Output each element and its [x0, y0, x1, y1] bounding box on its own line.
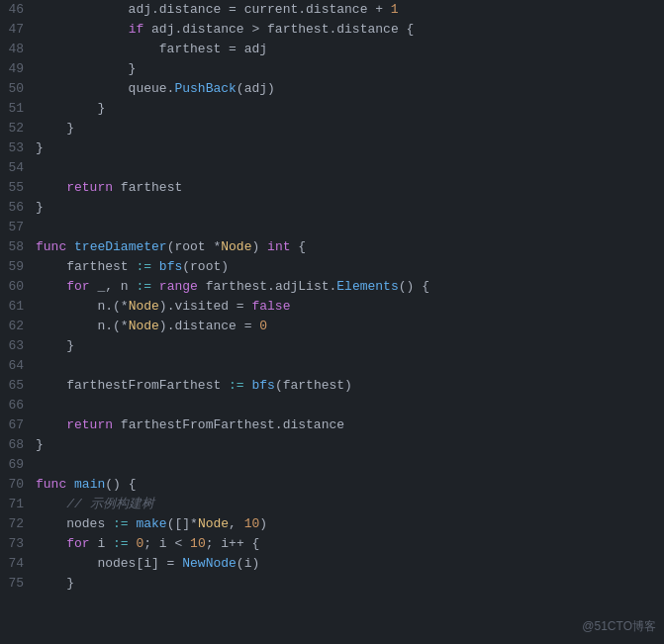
fn-token: PushBack	[174, 81, 236, 96]
line-number: 55	[0, 178, 36, 198]
line-content: farthestFromFarthest := bfs(farthest)	[36, 376, 664, 396]
code-container: 46 adj.distance = current.distance + 147…	[0, 0, 664, 644]
line-number: 48	[0, 40, 36, 59]
line-number: 72	[0, 514, 36, 534]
plain-token: () {	[399, 279, 429, 294]
plain-token: () {	[105, 477, 136, 492]
line-number: 60	[0, 277, 36, 297]
code-line: 50 queue.PushBack(adj)	[0, 79, 664, 99]
code-line: 70func main() {	[0, 475, 664, 495]
line-number: 71	[0, 495, 36, 514]
plain-token: nodes	[36, 516, 113, 531]
line-content: for _, n := range farthest.adjList.Eleme…	[36, 277, 664, 297]
kw-token: if	[129, 22, 144, 37]
plain-token: }	[36, 576, 74, 591]
line-number: 56	[0, 198, 36, 218]
plain-token: }	[36, 338, 74, 353]
line-content: }	[36, 59, 664, 79]
line-content: nodes[i] = NewNode(i)	[36, 554, 664, 574]
plain-token: n.(*	[36, 319, 129, 333]
code-line: 49 }	[0, 59, 664, 79]
plain-token	[36, 536, 66, 551]
code-line: 66	[0, 396, 664, 415]
type-token: Node	[198, 516, 229, 531]
line-number: 46	[0, 0, 36, 20]
code-line: 54	[0, 158, 664, 178]
fn-token: bfs	[251, 378, 274, 393]
line-number: 70	[0, 475, 36, 495]
plain-token: }	[36, 437, 44, 452]
code-line: 47 if adj.distance > farthest.distance {	[0, 20, 664, 40]
num-token: 0	[259, 319, 267, 333]
code-line: 64	[0, 356, 664, 376]
line-content: }	[36, 99, 664, 119]
fn-token: treeDiameter	[74, 239, 167, 254]
code-line: 75 }	[0, 574, 664, 594]
code-line: 51 }	[0, 99, 664, 119]
line-content: return farthest	[36, 178, 664, 198]
code-line: 61 n.(*Node).visited = false	[0, 297, 664, 317]
line-number: 59	[0, 257, 36, 277]
plain-token: n.(*	[36, 299, 129, 314]
line-content: }	[36, 119, 664, 138]
line-content: func main() {	[36, 475, 664, 495]
line-content: }	[36, 336, 664, 356]
code-line: 63 }	[0, 336, 664, 356]
code-line: 65 farthestFromFarthest := bfs(farthest)	[0, 376, 664, 396]
code-line: 57	[0, 218, 664, 237]
line-content: farthest = adj	[36, 40, 664, 59]
line-content: if adj.distance > farthest.distance {	[36, 20, 664, 40]
code-line: 59 farthest := bfs(root)	[0, 257, 664, 277]
plain-token: farthest	[113, 180, 182, 195]
code-line: 69	[0, 455, 664, 475]
code-line: 71 // 示例构建树	[0, 495, 664, 514]
line-number: 52	[0, 119, 36, 138]
line-content: }	[36, 198, 664, 218]
kw-token: false	[251, 299, 290, 314]
line-number: 74	[0, 554, 36, 574]
line-number: 73	[0, 534, 36, 554]
line-content	[36, 455, 664, 475]
plain-token: }	[36, 121, 74, 136]
plain-token	[66, 239, 74, 254]
plain-token: i	[90, 536, 113, 551]
line-content: return farthestFromFarthest.distance	[36, 415, 664, 435]
plain-token: farthest.adjList.	[198, 279, 336, 294]
plain-token: farthest = adj	[36, 42, 267, 56]
line-content	[36, 396, 664, 415]
line-content	[36, 158, 664, 178]
plain-token: (i)	[237, 556, 259, 571]
line-content: adj.distance = current.distance + 1	[36, 0, 664, 20]
plain-token: (farthest)	[275, 378, 352, 393]
watermark: @51CTO博客	[582, 616, 656, 636]
fn-token: make	[136, 516, 166, 531]
plain-token: }	[36, 200, 44, 215]
plain-token: ; i++ {	[206, 536, 260, 551]
fn-token: main	[74, 477, 105, 492]
line-number: 58	[0, 237, 36, 257]
plain-token: (adj)	[237, 81, 275, 96]
plain-token: }	[36, 140, 44, 155]
line-number: 62	[0, 317, 36, 336]
code-line: 53}	[0, 138, 664, 158]
line-content: }	[36, 574, 664, 594]
assign-token: :=	[136, 259, 151, 274]
line-number: 64	[0, 356, 36, 376]
plain-token: farthest	[36, 259, 136, 274]
line-content: // 示例构建树	[36, 495, 664, 514]
line-content: }	[36, 435, 664, 455]
kw-token: func	[36, 239, 66, 254]
plain-token: )	[259, 516, 267, 531]
line-content: n.(*Node).distance = 0	[36, 317, 664, 336]
assign-token: :=	[113, 516, 129, 531]
plain-token	[66, 477, 74, 492]
plain-token	[151, 259, 159, 274]
cmt-token: // 示例构建树	[66, 497, 153, 511]
fn-token: Elements	[336, 279, 398, 294]
kw-token: return	[66, 180, 113, 195]
line-number: 69	[0, 455, 36, 475]
code-line: 48 farthest = adj	[0, 40, 664, 59]
plain-token: _, n	[90, 279, 137, 294]
plain-token	[36, 180, 66, 195]
line-content: queue.PushBack(adj)	[36, 79, 664, 99]
